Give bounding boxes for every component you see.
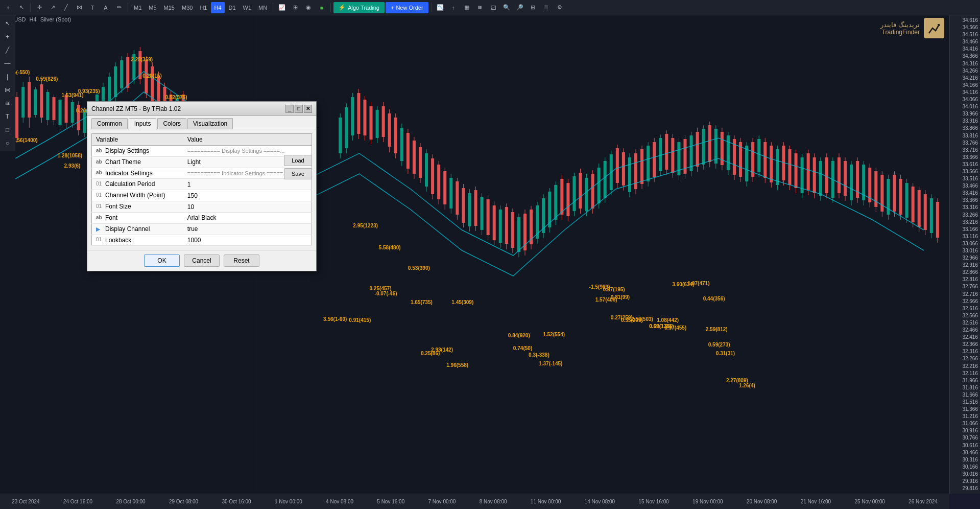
tf-d1[interactable]: D1: [226, 2, 239, 13]
indicators-btn[interactable]: ⊞: [289, 2, 301, 14]
tab-inputs[interactable]: Inputs: [129, 118, 157, 129]
tf-m5[interactable]: M5: [146, 2, 159, 13]
bar-chart-btn[interactable]: ▦: [461, 2, 473, 14]
ellipse-tool[interactable]: ○: [2, 137, 14, 149]
separator-2: [128, 3, 128, 12]
tf-m1[interactable]: M1: [131, 2, 145, 13]
v-line-tool[interactable]: |: [2, 71, 14, 83]
price-29916: 29.916: [950, 478, 980, 484]
price-32916: 32.916: [950, 262, 980, 268]
table-row[interactable]: abFont Arial Black: [92, 212, 312, 223]
price-axis: 34.616 34.566 34.516 34.466 34.416 34.36…: [949, 15, 980, 494]
price-33566: 33.566: [950, 169, 980, 174]
tf-m15[interactable]: M15: [161, 2, 178, 13]
tf-mn[interactable]: MN: [255, 2, 270, 13]
line-studies-btn[interactable]: 📉: [434, 2, 446, 14]
shapes-btn[interactable]: A: [100, 2, 112, 14]
draw-btn[interactable]: ✏: [113, 2, 125, 14]
channel-tool[interactable]: ⋈: [2, 84, 14, 96]
minimize-btn[interactable]: _: [285, 105, 294, 113]
table-row[interactable]: 01Lookback 1000: [92, 235, 312, 246]
tf-m30[interactable]: M30: [179, 2, 196, 13]
price-33716: 33.716: [950, 147, 980, 153]
settings-btn[interactable]: ⚙: [554, 2, 566, 14]
price-33216: 33.216: [950, 219, 980, 225]
close-btn[interactable]: ✕: [304, 105, 312, 113]
chart2-btn[interactable]: 🗠: [487, 2, 499, 14]
dialog-content: Variable Value abDisplay Settings ======…: [87, 129, 316, 250]
restore-btn[interactable]: □: [295, 105, 303, 113]
table-row[interactable]: abChart Theme Light: [92, 156, 312, 168]
vol-btn[interactable]: ≣: [540, 2, 553, 14]
price-34366: 34.366: [950, 53, 980, 59]
time-12: 14 Nov 08:00: [585, 499, 615, 504]
time-17: 25 Nov 00:00: [854, 499, 885, 504]
table-row[interactable]: abDisplay Settings ========== Display Se…: [92, 146, 312, 157]
price-32316: 32.316: [950, 349, 980, 354]
color-btn[interactable]: ■: [316, 2, 328, 14]
table-row[interactable]: 01Calculation Period 1: [92, 179, 312, 190]
arrow-btn[interactable]: ↗: [46, 2, 59, 14]
price-34116: 34.116: [950, 89, 980, 95]
svg-text:1.07(471): 1.07(471): [688, 281, 710, 286]
table-row[interactable]: abIndicator Settings ========== Indicato…: [92, 168, 312, 179]
tf-h1[interactable]: H1: [197, 2, 210, 13]
table-row[interactable]: 01Channel Width (Point) 150: [92, 190, 312, 201]
time-14: 19 Nov 00:00: [692, 499, 723, 504]
ok-btn[interactable]: OK: [144, 254, 180, 267]
grid-btn[interactable]: ⊞: [527, 2, 539, 14]
line-btn[interactable]: ╱: [60, 2, 72, 14]
price-33966: 33.966: [950, 111, 980, 117]
svg-text:1.08(442): 1.08(442): [657, 317, 679, 323]
fib-tool[interactable]: ≋: [2, 97, 14, 109]
time-3: 28 Oct 00:00: [116, 499, 145, 504]
zoom-in-btn[interactable]: 🔎: [514, 2, 526, 14]
crosshair-btn[interactable]: ✛: [33, 2, 45, 14]
text-tool[interactable]: T: [2, 110, 14, 123]
svg-text:0.31(31): 0.31(31): [716, 351, 735, 356]
table-row[interactable]: ▶Display Channel true: [92, 223, 312, 235]
text-btn[interactable]: T: [86, 2, 99, 14]
channel-btn[interactable]: ⋈: [73, 2, 85, 14]
table-row[interactable]: 01Font Size 10: [92, 201, 312, 213]
col-variable: Variable: [92, 134, 183, 146]
rect-tool[interactable]: □: [2, 124, 14, 136]
h-line-tool[interactable]: —: [2, 57, 14, 70]
brand-english: TradingFinder: [880, 29, 920, 36]
price-33166: 33.166: [950, 226, 980, 232]
col-value: Value: [183, 134, 312, 146]
separator-1: [30, 3, 31, 12]
svg-text:1.65(735): 1.65(735): [411, 299, 433, 305]
zoom-out-btn[interactable]: 🔍: [500, 2, 513, 14]
cursor-btn[interactable]: ↖: [15, 2, 28, 14]
reset-btn[interactable]: Reset: [224, 254, 259, 267]
save-btn[interactable]: Save: [284, 168, 312, 179]
new-chart-btn[interactable]: +: [2, 2, 14, 14]
price-31516: 31.516: [950, 399, 980, 405]
line-tool[interactable]: ╱: [2, 44, 14, 56]
new-order-btn[interactable]: + New Order: [386, 2, 428, 13]
load-btn[interactable]: Load: [284, 155, 312, 166]
svg-text:0.91(415): 0.91(415): [349, 317, 371, 323]
algo-trading-btn[interactable]: ⚡ Algo Trading: [333, 2, 385, 13]
svg-text:0.59(826): 0.59(826): [36, 76, 58, 82]
tf-h4[interactable]: H4: [211, 2, 224, 13]
tab-common[interactable]: Common: [91, 118, 128, 129]
tab-colors[interactable]: Colors: [157, 118, 186, 129]
buy-btn[interactable]: ↑: [447, 2, 460, 14]
svg-text:0.28(15): 0.28(15): [142, 73, 161, 79]
tf-w1[interactable]: W1: [240, 2, 255, 13]
price-31966: 31.966: [950, 378, 980, 383]
objects-btn[interactable]: ◉: [302, 2, 315, 14]
depth-btn[interactable]: ≋: [474, 2, 486, 14]
time-1: 23 Oct 2024: [12, 499, 39, 504]
chart-type-btn[interactable]: 📈: [276, 2, 288, 14]
cursor-tool[interactable]: ↖: [2, 17, 14, 30]
time-6: 1 Nov 00:00: [275, 499, 302, 504]
price-29816: 29.816: [950, 485, 980, 491]
cancel-btn[interactable]: Cancel: [184, 254, 220, 267]
tab-visualization[interactable]: Visualization: [187, 118, 233, 129]
time-15: 20 Nov 08:00: [747, 499, 777, 504]
svg-text:5.58(480): 5.58(480): [379, 245, 401, 250]
crosshair-tool[interactable]: +: [2, 31, 14, 43]
